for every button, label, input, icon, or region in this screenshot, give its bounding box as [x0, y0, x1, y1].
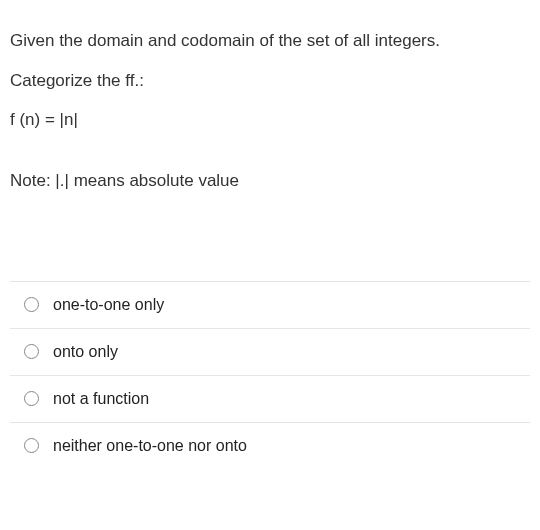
question-stem: Given the domain and codomain of the set…	[10, 28, 530, 133]
question-line-3: f (n) = |n|	[10, 107, 530, 133]
radio-icon	[24, 438, 39, 453]
option-row[interactable]: onto only	[10, 329, 530, 376]
option-label: onto only	[53, 343, 118, 361]
options-list: one-to-one only onto only not a function…	[10, 281, 530, 469]
radio-icon	[24, 344, 39, 359]
option-label: neither one-to-one nor onto	[53, 437, 247, 455]
radio-icon	[24, 391, 39, 406]
option-label: not a function	[53, 390, 149, 408]
question-line-1: Given the domain and codomain of the set…	[10, 28, 530, 54]
radio-icon	[24, 297, 39, 312]
option-row[interactable]: neither one-to-one nor onto	[10, 423, 530, 469]
option-label: one-to-one only	[53, 296, 164, 314]
question-note: Note: |.| means absolute value	[10, 171, 530, 191]
question-line-2: Categorize the ff.:	[10, 68, 530, 94]
option-row[interactable]: not a function	[10, 376, 530, 423]
option-row[interactable]: one-to-one only	[10, 282, 530, 329]
